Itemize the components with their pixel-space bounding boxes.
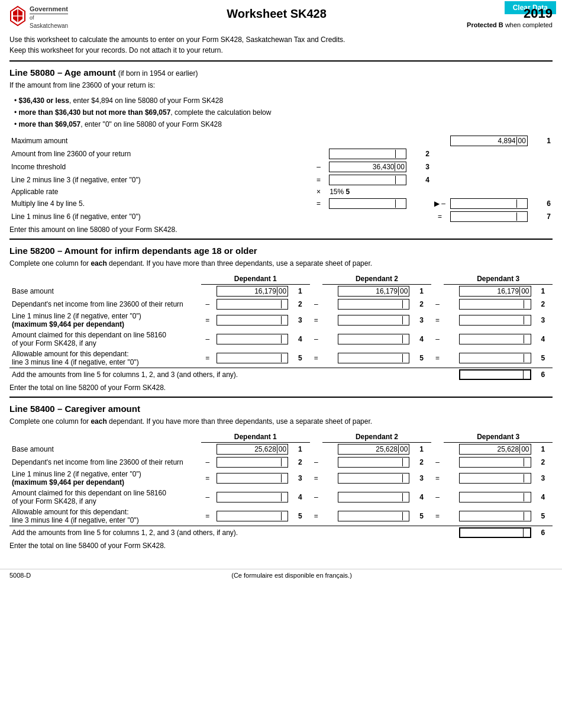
58200-dep2-row2[interactable]: [338, 299, 410, 310]
58200-dep2-row1[interactable]: 16,17900: [338, 286, 410, 297]
table-row: Allowable amount for this dependant:line…: [9, 507, 553, 526]
dep-header-row: Dependant 1 Dependant 2 Dependant 3: [9, 273, 553, 285]
58200-dep3-row2[interactable]: [459, 299, 531, 310]
logo-text: Government of Saskatchewan: [30, 5, 68, 30]
58400-dep1-row2[interactable]: [217, 457, 289, 468]
58080-condition-intro: If the amount from line 23600 of your re…: [9, 80, 553, 91]
table-row: Income threshold – 36,43000 3: [9, 160, 553, 173]
section-title-58200: Line 58200 – Amount for infirm dependant…: [9, 246, 553, 256]
section-title-58400: Line 58400 – Caregiver amount: [9, 404, 553, 414]
table-row: Amount claimed for this dependant on lin…: [9, 488, 553, 507]
footer: 5008-D (Ce formulaire est disponible en …: [0, 569, 562, 581]
58200-dep1-row5[interactable]: [217, 353, 289, 363]
table-row: Line 1 minus line 2 (if negative, enter …: [9, 469, 553, 488]
header: Government of Saskatchewan Worksheet SK4…: [0, 0, 562, 32]
section-title-58080: Line 58080 – Age amount (if born in 1954…: [9, 67, 553, 78]
58400-dep1-row3[interactable]: [217, 473, 289, 484]
58200-total-box[interactable]: [459, 369, 531, 380]
row6-right-input[interactable]: [450, 198, 528, 209]
58400-dep2-row1[interactable]: 25,62800: [338, 444, 410, 455]
58400-dep3-row1[interactable]: 25,62800: [459, 444, 531, 455]
table-row: Applicable rate × 15% 5: [9, 186, 553, 197]
58400-dep-table: Dependant 1 Dependant 2 Dependant 3 Base…: [9, 431, 553, 539]
58200-dep-table: Dependant 1 Dependant 2 Dependant 3 Base…: [9, 273, 553, 381]
row4-input[interactable]: [329, 175, 406, 185]
year-protected: 2019 Protected B when completed: [467, 5, 553, 28]
table-row: Line 2 minus line 3 (if negative, enter …: [9, 173, 553, 186]
58400-intro: Complete one column for each dependant. …: [9, 416, 553, 427]
58400-dep2-row5[interactable]: [338, 511, 410, 521]
row7-right-input[interactable]: [450, 211, 528, 222]
58400-dep3-row5[interactable]: [459, 511, 531, 521]
58200-dep1-row3[interactable]: [217, 315, 289, 326]
58080-enter-text: Enter this amount on line 58080 of your …: [9, 226, 553, 234]
table-row: Amount claimed for this dependant on lin…: [9, 330, 553, 349]
table-row: Base amount 16,17900 1 16,17900 1: [9, 284, 553, 298]
form-number: 5008-D: [9, 572, 31, 579]
row6-input[interactable]: [329, 198, 406, 209]
58400-dep3-row2[interactable]: [459, 457, 531, 468]
58200-dep1-row4[interactable]: [217, 334, 289, 344]
table-row: Dependant's net income from line 23600 o…: [9, 456, 553, 469]
58400-dep1-row4[interactable]: [217, 492, 289, 502]
58200-dep1-row2[interactable]: [217, 299, 289, 310]
dep-header-row: Dependant 1 Dependant 2 Dependant 3: [9, 431, 553, 443]
58400-total-box[interactable]: [459, 527, 531, 538]
table-row: Add the amounts from line 5 for columns …: [9, 526, 553, 539]
58200-dep3-row5[interactable]: [459, 353, 531, 363]
58200-intro: Complete one column for each dependant. …: [9, 258, 553, 269]
58200-dep3-row4[interactable]: [459, 334, 531, 344]
table-row: Multiply line 4 by line 5. = ▶ – 6: [9, 197, 553, 210]
row1-value[interactable]: 4,89400: [450, 136, 528, 146]
logo: Government of Saskatchewan: [9, 5, 86, 30]
table-row: Line 1 minus line 6 (if negative, enter …: [9, 210, 553, 223]
58200-dep2-row3[interactable]: [338, 315, 410, 326]
table-row: Dependant's net income from line 23600 o…: [9, 298, 553, 311]
table-row: Amount from line 23600 of your return 2: [9, 147, 553, 160]
58200-dep3-row3[interactable]: [459, 315, 531, 326]
58200-dep2-row5[interactable]: [338, 353, 410, 363]
row2-input[interactable]: [329, 149, 406, 159]
58400-dep2-row4[interactable]: [338, 492, 410, 502]
58080-bullets: $36,430 or less, enter $4,894 on line 58…: [14, 95, 553, 130]
58200-dep2-row4[interactable]: [338, 334, 410, 344]
table-row: Base amount 25,62800 1 25,62800 1: [9, 442, 553, 456]
58400-dep2-row2[interactable]: [338, 457, 410, 468]
government-logo-icon: [9, 5, 26, 28]
58400-dep1-row5[interactable]: [217, 511, 289, 521]
58400-enter-text: Enter the total on line 58400 of your Fo…: [9, 542, 553, 550]
table-row: Maximum amount 4,89400 1: [9, 134, 553, 147]
58400-dep3-row4[interactable]: [459, 492, 531, 502]
line58080-calc-table: Maximum amount 4,89400 1 Amount from lin…: [9, 134, 553, 223]
page-title: Worksheet SK428: [86, 5, 467, 21]
french-text: (Ce formulaire est disponible en françai…: [231, 572, 352, 579]
row1-label: Maximum amount: [9, 134, 310, 147]
58200-dep3-row1[interactable]: 16,17900: [459, 286, 531, 297]
58400-dep2-row3[interactable]: [338, 473, 410, 484]
table-row: Line 1 minus line 2 (if negative, enter …: [9, 311, 553, 330]
58200-dep1-row1[interactable]: 16,17900: [217, 286, 289, 297]
58200-enter-text: Enter the total on line 58200 of your Fo…: [9, 384, 553, 392]
table-row: Allowable amount for this dependant:line…: [9, 349, 553, 368]
row3-value[interactable]: 36,43000: [329, 162, 406, 172]
table-row: Add the amounts from line 5 for columns …: [9, 368, 553, 381]
58400-dep3-row3[interactable]: [459, 473, 531, 484]
58400-dep1-row1[interactable]: 25,62800: [217, 444, 289, 455]
intro-text: Use this worksheet to calculate the amou…: [9, 34, 553, 56]
